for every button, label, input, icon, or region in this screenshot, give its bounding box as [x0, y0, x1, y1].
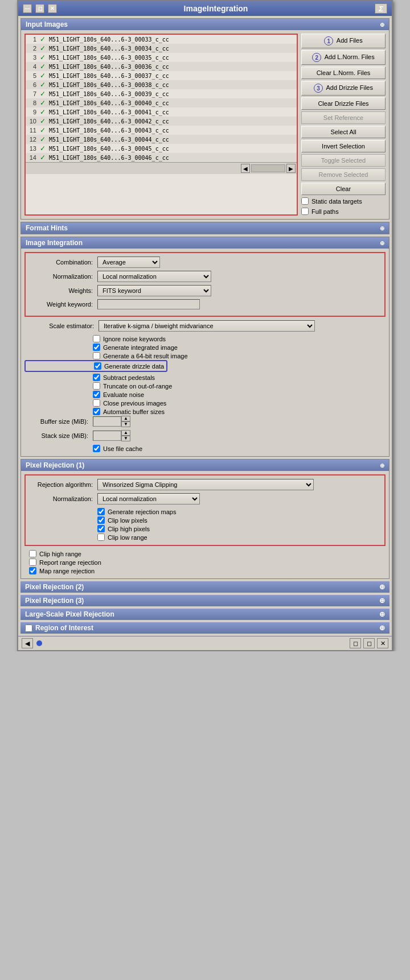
weight-keyword-input[interactable]: SSWEIGHT: [97, 299, 200, 309]
table-row[interactable]: 2 ✓ M51_LIGHT_180s_640...6-3_00034_c_cc: [26, 44, 297, 53]
remove-selected-button[interactable]: Remove Selected: [301, 168, 386, 181]
pixel-rejection-1-collapse[interactable]: ⊕: [380, 462, 384, 469]
buffer-size-up[interactable]: ▲: [121, 416, 130, 421]
buffer-size-row: Buffer size (MiB): 16 ▲ ▼: [24, 416, 386, 427]
weights-select[interactable]: Don't careExposure timeNoise evaluationF…: [97, 285, 211, 296]
table-row[interactable]: 8 ✓ M51_LIGHT_180s_640...6-3_00040_c_cc: [26, 98, 297, 107]
combination-row: Combination: AverageMedianMinimumMaximum: [29, 257, 381, 268]
table-row[interactable]: 1 ✓ M51_LIGHT_180s_640...6-3_00033_c_cc: [26, 35, 297, 44]
add-lnorm-button[interactable]: 2 Add L.Norm. Files: [301, 50, 386, 65]
invert-selection-button[interactable]: Invert Selection: [301, 140, 386, 152]
pixel-rejection-3-section[interactable]: Pixel Rejection (3) ⊕: [20, 595, 390, 606]
full-paths-checkbox[interactable]: [301, 208, 309, 215]
table-row[interactable]: 4 ✓ M51_LIGHT_180s_640...6-3_00036_c_cc: [26, 62, 297, 71]
set-reference-button[interactable]: Set Reference: [301, 111, 386, 124]
rej-clip_high_pixels-checkbox[interactable]: [97, 525, 105, 532]
roi-section[interactable]: Region of Interest ⊕: [20, 622, 390, 634]
format-hints-header[interactable]: Format Hints ⊕: [21, 222, 389, 234]
table-row[interactable]: 10 ✓ M51_LIGHT_180s_640...6-3_00042_c_cc: [26, 117, 297, 126]
normalization-select[interactable]: No normalizationAdditiveMultiplicativeLo…: [97, 271, 211, 282]
large-scale-rejection-collapse[interactable]: ⊕: [379, 610, 385, 618]
main-window: — ◻ ✕ ImageIntegration Σ Input Images ⊕ …: [17, 0, 393, 651]
table-row[interactable]: 7 ✓ M51_LIGHT_180s_640...6-3_00039_c_cc: [26, 89, 297, 98]
icon-square-1[interactable]: ◻: [350, 638, 361, 648]
sigma-button[interactable]: Σ: [375, 3, 387, 14]
close_previous-checkbox[interactable]: [93, 399, 100, 407]
pixel-rejection-3-collapse[interactable]: ⊕: [379, 597, 385, 605]
restore-button[interactable]: ◻: [35, 4, 44, 13]
evaluate_noise-checkbox[interactable]: [93, 391, 100, 398]
large-scale-rejection-section[interactable]: Large-Scale Pixel Rejection ⊕: [20, 609, 390, 620]
image-integration-collapse[interactable]: ⊕: [380, 240, 384, 246]
auto_buffer-checkbox[interactable]: [93, 408, 100, 415]
add-files-button[interactable]: 1 Add Files: [301, 34, 386, 48]
scroll-right-arrow[interactable]: ▶: [286, 164, 296, 173]
table-row[interactable]: 6 ✓ M51_LIGHT_180s_640...6-3_00038_c_cc: [26, 80, 297, 89]
clear-button[interactable]: Clear: [301, 183, 386, 195]
generate_64bit-checkbox[interactable]: [93, 352, 100, 359]
file-check: ✓: [38, 126, 47, 135]
rejx-clip_high_range-checkbox[interactable]: [29, 550, 36, 557]
rejx-map_range_rejection-checkbox[interactable]: [29, 567, 36, 574]
buffer-size-spinner: 16 ▲ ▼: [93, 416, 130, 427]
buffer-size-input[interactable]: 16: [93, 416, 121, 427]
format-hints-section: Format Hints ⊕: [20, 222, 390, 234]
ignore_noise-checkbox[interactable]: [93, 335, 100, 342]
combination-select[interactable]: AverageMedianMinimumMaximum: [97, 257, 160, 268]
scroll-track[interactable]: [251, 164, 285, 172]
generate_integrated-checkbox[interactable]: [93, 344, 100, 351]
stack-size-up[interactable]: ▲: [121, 430, 130, 436]
table-row[interactable]: 9 ✓ M51_LIGHT_180s_640...6-3_00041_c_cc: [26, 107, 297, 117]
integration-checkbox-row: Evaluate noise: [24, 390, 386, 399]
add-drizzle-button[interactable]: 3 Add Drizzle Files: [301, 81, 386, 96]
clear-drizzle-button[interactable]: Clear Drizzle Files: [301, 97, 386, 110]
generate_drizzle-checkbox[interactable]: [94, 362, 101, 370]
rejection-checkbox-row: Clip high pixels: [29, 524, 381, 533]
table-row[interactable]: 13 ✓ M51_LIGHT_180s_640...6-3_00045_c_cc: [26, 144, 297, 153]
table-row[interactable]: 14 ✓ M51_LIGHT_180s_640...6-3_00046_c_cc: [26, 153, 297, 162]
file-list-scroll[interactable]: 1 ✓ M51_LIGHT_180s_640...6-3_00033_c_cc2…: [26, 35, 297, 162]
subtract_pedestals-checkbox[interactable]: [93, 374, 100, 381]
truncate_out_of_range-checkbox[interactable]: [93, 382, 100, 390]
pixel-rejection-2-collapse[interactable]: ⊕: [379, 583, 385, 591]
select-all-button[interactable]: Select All: [301, 126, 386, 138]
scale-estimator-select[interactable]: Iterative k-sigma / biweight midvariance…: [99, 320, 315, 332]
clear-lnorm-button[interactable]: Clear L.Norm. Files: [301, 67, 386, 79]
icon-square-2[interactable]: ◻: [363, 638, 375, 648]
use-file-cache-checkbox[interactable]: [93, 445, 100, 452]
buttons-panel: 1 Add Files 2 Add L.Norm. Files Clear L.…: [301, 34, 386, 216]
roi-collapse[interactable]: ⊕: [379, 624, 385, 632]
icon-close-bottom[interactable]: ✕: [377, 638, 388, 648]
static-data-targets-checkbox[interactable]: [301, 197, 309, 205]
stack-size-spinner: 1024 ▲ ▼: [93, 430, 130, 441]
close-button[interactable]: ✕: [48, 4, 57, 13]
rejx-report_range_rejection-checkbox[interactable]: [29, 559, 36, 566]
scroll-left-arrow[interactable]: ◀: [241, 164, 250, 173]
rej-clip_high_pixels-label: Clip high pixels: [108, 526, 150, 532]
table-row[interactable]: 12 ✓ M51_LIGHT_180s_640...6-3_00044_c_cc: [26, 135, 297, 144]
rej-gen_rejection_maps-checkbox[interactable]: [97, 508, 105, 515]
file-num: 11: [26, 126, 38, 135]
roi-checkbox[interactable]: [25, 625, 32, 632]
table-row[interactable]: 3 ✓ M51_LIGHT_180s_640...6-3_00035_c_cc: [26, 53, 297, 62]
nav-left-button[interactable]: ◀: [22, 638, 33, 648]
input-images-collapse[interactable]: ⊕: [380, 22, 384, 28]
integration-checkbox-row: Generate drizzle data: [24, 360, 167, 372]
rej-clip_low_pixels-checkbox[interactable]: [97, 516, 105, 524]
stack-size-down[interactable]: ▼: [121, 436, 130, 441]
table-row[interactable]: 5 ✓ M51_LIGHT_180s_640...6-3_00037_c_cc: [26, 71, 297, 80]
titlebar: — ◻ ✕ ImageIntegration Σ: [18, 1, 392, 16]
toggle-selected-button[interactable]: Toggle Selected: [301, 154, 386, 167]
buffer-size-down[interactable]: ▼: [121, 421, 130, 427]
pixel-rejection-2-section[interactable]: Pixel Rejection (2) ⊕: [20, 581, 390, 593]
use-file-cache-row: Use file cache: [24, 444, 386, 453]
weights-label: Weights:: [29, 287, 97, 294]
minimize-button[interactable]: —: [23, 4, 32, 13]
table-row[interactable]: 11 ✓ M51_LIGHT_180s_640...6-3_00043_c_cc: [26, 126, 297, 135]
rej-clip_low_range-checkbox[interactable]: [97, 534, 105, 541]
integration-checkbox-row: Close previous images: [24, 399, 386, 407]
format-hints-collapse[interactable]: ⊕: [380, 225, 384, 231]
rejection-algo-select[interactable]: No rejectionMin/MaxPercentile ClippingSi…: [97, 479, 314, 490]
stack-size-input[interactable]: 1024: [93, 431, 121, 441]
rejection-norm-select[interactable]: No normalizationScale + zero offsetEqual…: [97, 493, 200, 505]
